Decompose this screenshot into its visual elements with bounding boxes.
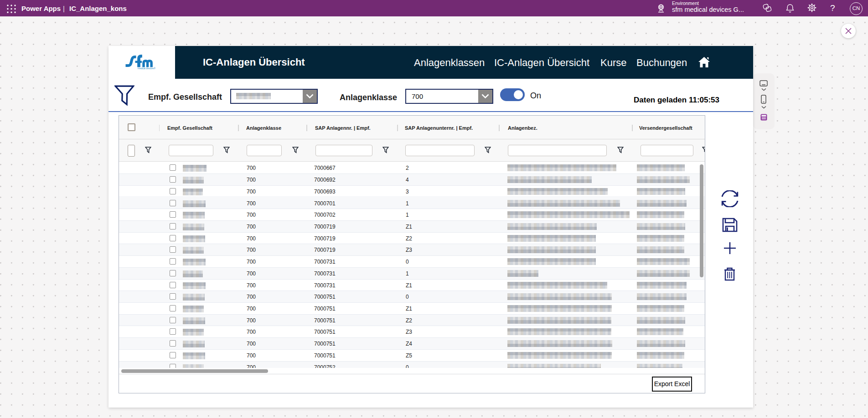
svg-text:medical devices®: medical devices® — [138, 67, 156, 70]
